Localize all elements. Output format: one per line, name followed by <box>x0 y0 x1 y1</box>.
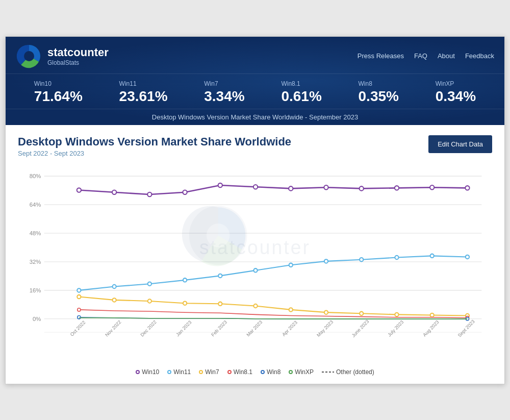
svg-point-43 <box>218 274 222 277</box>
legend-win11: Win11 <box>167 368 191 376</box>
svg-text:May 2023: May 2023 <box>316 318 335 337</box>
brand-name: statcounter <box>47 46 109 59</box>
subtitle-text: Desktop Windows Version Market Share Wor… <box>152 113 358 121</box>
edit-chart-button[interactable]: Edit Chart Data <box>428 135 492 153</box>
svg-point-46 <box>324 259 328 263</box>
svg-text:Nov 2022: Nov 2022 <box>104 319 122 338</box>
nav-links: Press Releases FAQ About Feedback <box>358 52 494 60</box>
stat-win10: Win10 71.64% <box>34 80 83 105</box>
chart-title-text: Desktop Windows Version Market Share Wor… <box>18 135 291 149</box>
logo-text: statcounter GlobalStats <box>47 46 109 66</box>
svg-point-61 <box>430 313 434 316</box>
svg-text:Jan 2023: Jan 2023 <box>175 319 193 337</box>
svg-text:Aug 2023: Aug 2023 <box>422 319 440 338</box>
svg-text:0%: 0% <box>33 315 41 322</box>
svg-point-36 <box>395 186 399 190</box>
svg-text:Apr 2023: Apr 2023 <box>281 319 298 337</box>
svg-point-29 <box>147 192 151 196</box>
brand-sub: GlobalStats <box>47 59 109 66</box>
svg-point-49 <box>430 254 434 257</box>
svg-text:64%: 64% <box>30 202 41 208</box>
legend-winxp: WinXP <box>289 368 314 376</box>
legend-other: Other (dotted) <box>322 368 374 376</box>
stat-win8: Win8 0.35% <box>359 80 399 105</box>
svg-text:Dec 2022: Dec 2022 <box>139 319 158 338</box>
legend-winxp-label: WinXP <box>295 368 314 376</box>
svg-point-40 <box>112 284 116 288</box>
svg-point-58 <box>324 310 328 314</box>
svg-point-50 <box>466 255 469 258</box>
chart-title: Desktop Windows Version Market Share Wor… <box>18 135 291 157</box>
svg-point-32 <box>253 185 258 189</box>
svg-text:48%: 48% <box>30 230 41 236</box>
svg-point-65 <box>78 315 81 318</box>
legend-win81: Win8.1 <box>227 368 252 376</box>
legend-win8: Win8 <box>261 368 280 376</box>
svg-point-42 <box>183 278 187 282</box>
svg-point-57 <box>289 308 293 311</box>
legend-win7: Win7 <box>199 368 219 376</box>
chart-legend: Win10 Win11 Win7 Win8.1 Win8 WinXP <box>18 364 492 376</box>
chart-svg: 80% 64% 48% 32% 16% 0% Oct 2022 Nov 2022… <box>18 165 492 359</box>
svg-point-52 <box>112 298 116 302</box>
chart-header: Desktop Windows Version Market Share Wor… <box>18 135 492 157</box>
nav-press-releases[interactable]: Press Releases <box>358 52 404 60</box>
legend-win10: Win10 <box>136 368 159 376</box>
svg-point-48 <box>395 255 398 259</box>
svg-point-54 <box>183 301 187 305</box>
svg-point-55 <box>218 302 222 305</box>
svg-point-35 <box>360 186 364 190</box>
legend-other-label: Other (dotted) <box>336 368 374 376</box>
svg-text:Sept 2023: Sept 2023 <box>456 318 476 338</box>
chart-date-range: Sept 2022 - Sept 2023 <box>18 150 291 157</box>
svg-text:80%: 80% <box>30 173 41 179</box>
svg-point-39 <box>77 288 81 292</box>
svg-text:July 2023: July 2023 <box>387 319 405 338</box>
svg-point-60 <box>395 312 398 316</box>
svg-point-31 <box>218 183 222 187</box>
nav-about[interactable]: About <box>438 52 455 60</box>
svg-point-56 <box>253 304 257 307</box>
svg-point-47 <box>360 258 363 261</box>
svg-text:Mar 2023: Mar 2023 <box>245 319 263 337</box>
svg-point-45 <box>289 263 293 266</box>
chart-area: 80% 64% 48% 32% 16% 0% Oct 2022 Nov 2022… <box>18 165 492 359</box>
svg-text:Oct 2022: Oct 2022 <box>69 319 86 337</box>
stats-bar: Win10 71.64% Win11 23.61% Win7 3.34% Win… <box>6 73 504 109</box>
svg-point-51 <box>77 294 81 298</box>
stat-win7: Win7 3.34% <box>204 80 244 105</box>
logo-icon <box>16 43 42 69</box>
svg-point-34 <box>324 185 328 189</box>
svg-point-44 <box>253 268 257 272</box>
svg-point-33 <box>289 186 293 190</box>
subtitle-bar: Desktop Windows Version Market Share Wor… <box>6 109 504 125</box>
legend-win8-label: Win8 <box>267 368 280 376</box>
stat-win11: Win11 23.61% <box>119 80 168 105</box>
legend-win11-label: Win11 <box>173 368 191 376</box>
svg-text:June 2023: June 2023 <box>350 318 370 338</box>
svg-point-1 <box>24 51 34 61</box>
svg-point-28 <box>112 190 116 194</box>
svg-point-53 <box>148 299 151 303</box>
logo: statcounter GlobalStats <box>16 43 109 69</box>
svg-point-63 <box>78 308 81 311</box>
svg-point-38 <box>465 186 469 190</box>
svg-point-27 <box>77 188 81 192</box>
svg-point-30 <box>183 190 187 194</box>
svg-text:32%: 32% <box>30 259 41 265</box>
svg-point-41 <box>148 282 151 285</box>
nav-feedback[interactable]: Feedback <box>465 52 494 60</box>
legend-win7-label: Win7 <box>205 368 219 376</box>
svg-point-59 <box>360 311 363 315</box>
legend-win81-label: Win8.1 <box>234 368 252 376</box>
chart-section: Desktop Windows Version Market Share Wor… <box>6 125 504 384</box>
svg-text:16%: 16% <box>30 287 41 293</box>
legend-win10-label: Win10 <box>142 368 159 376</box>
svg-text:Feb 2023: Feb 2023 <box>210 319 228 337</box>
svg-point-69 <box>207 224 230 247</box>
stat-win81: Win8.1 0.61% <box>281 80 321 105</box>
stat-winxp: WinXP 0.34% <box>436 80 476 105</box>
nav-faq[interactable]: FAQ <box>414 52 427 60</box>
svg-point-37 <box>430 185 434 189</box>
